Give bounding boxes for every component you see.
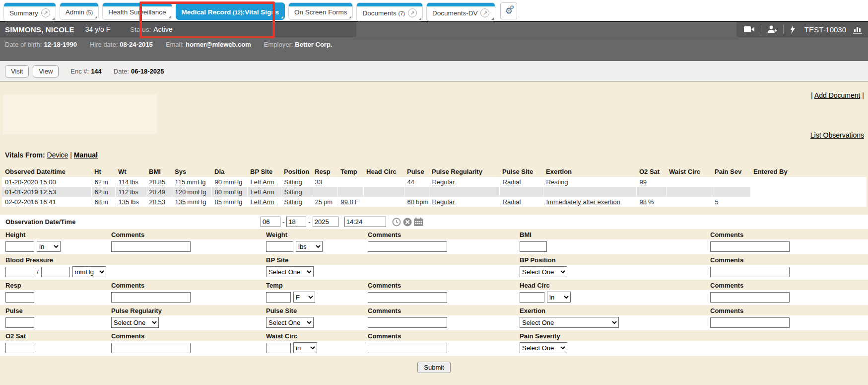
vitals-value-link[interactable]: 25 <box>315 198 322 206</box>
vitals-value-link[interactable]: 20.53 <box>149 198 166 206</box>
obs-year-input[interactable] <box>313 217 338 227</box>
weight-comments-input[interactable] <box>368 241 447 252</box>
bp-unit-select[interactable]: mmHg <box>72 266 106 277</box>
vitals-value-link[interactable]: Left Arm <box>251 198 274 206</box>
vitals-value-link[interactable]: 60 <box>407 198 414 206</box>
vitals-value-link[interactable]: Resting <box>546 178 568 186</box>
clear-date-icon[interactable] <box>403 218 412 227</box>
vitals-value-link[interactable]: 99.8 <box>341 198 353 206</box>
vitals-value-link[interactable]: 80 <box>215 188 222 196</box>
vitals-value-link[interactable]: Immediately after exertion <box>546 198 621 206</box>
vitals-from-device-link[interactable]: Device <box>47 151 68 159</box>
head-circ-unit-select[interactable]: in <box>547 292 571 303</box>
external-link-icon[interactable]: ↗ <box>480 8 489 17</box>
clock-icon[interactable] <box>392 218 401 227</box>
waist-circ-input[interactable] <box>266 343 291 353</box>
o2-sat-comments-input[interactable] <box>111 343 191 353</box>
tab-health-surveillance[interactable]: Health Surveillance <box>102 2 172 20</box>
vitals-value-link[interactable]: Sitting <box>284 178 302 186</box>
list-observations-link[interactable]: List Observations <box>810 131 864 139</box>
vitals-value-link[interactable]: Regular <box>432 178 455 186</box>
vitals-value-link[interactable]: 120 <box>175 188 186 196</box>
external-link-icon[interactable]: ↗ <box>408 8 417 17</box>
calendar-icon[interactable] <box>414 218 423 226</box>
lightning-icon[interactable] <box>790 25 796 34</box>
tab-on-screen-forms[interactable]: On Screen Forms <box>288 2 353 20</box>
add-document-link[interactable]: Add Document <box>814 91 861 99</box>
vitals-value-link[interactable]: Left Arm <box>251 178 274 186</box>
vitals-value-link[interactable]: 5 <box>715 198 719 206</box>
bp-site-select[interactable]: Select One <box>266 266 314 277</box>
bp-comments-input[interactable] <box>710 267 790 277</box>
vitals-value-link[interactable]: 135 <box>119 198 130 206</box>
vitals-col-pain-sev: Pain Sev <box>712 166 750 177</box>
tab-documents-dv[interactable]: Documents-DV↗ <box>426 2 496 21</box>
vitals-value-link[interactable]: 62 <box>95 178 102 186</box>
vitals-value-link[interactable]: 98 <box>640 198 647 206</box>
tab-documents[interactable]: Documents (7)↗ <box>356 2 422 21</box>
waist-circ-unit-select[interactable]: in <box>293 342 317 353</box>
head-circ-comments-input[interactable] <box>710 292 790 303</box>
submit-button[interactable]: Submit <box>417 362 450 373</box>
vitals-value-link[interactable]: Radial <box>503 178 521 186</box>
exertion-select[interactable]: Select One <box>520 317 619 328</box>
external-link-icon[interactable]: ↗ <box>41 8 50 17</box>
vitals-value-link[interactable]: 112 <box>119 188 129 196</box>
height-input[interactable] <box>5 241 34 252</box>
vitals-value-link[interactable]: Sitting <box>284 188 302 196</box>
bp-position-select[interactable]: Select One <box>520 266 567 277</box>
temp-input[interactable] <box>266 292 291 303</box>
chart-icon[interactable] <box>853 25 863 34</box>
obs-month-input[interactable] <box>261 217 280 227</box>
bp-systolic-input[interactable] <box>5 267 34 277</box>
vitals-value-link[interactable]: 33 <box>315 178 322 186</box>
bp-diastolic-input[interactable] <box>41 267 70 277</box>
tab-summary[interactable]: Summary↗ <box>3 2 56 21</box>
pulse-comments-input[interactable] <box>368 317 447 328</box>
vitals-value-link[interactable]: 20.85 <box>149 178 166 186</box>
weight-unit-select[interactable]: lbs <box>296 241 323 252</box>
visit-button[interactable]: Visit <box>5 65 29 77</box>
temp-unit-select[interactable]: F <box>293 292 315 303</box>
vitals-value-link[interactable]: Regular <box>432 198 455 206</box>
pulse-site-select[interactable]: Select One <box>266 317 314 328</box>
vitals-value-link[interactable]: 68 <box>95 198 102 206</box>
tab-medical-record[interactable]: Medical Record (12):Vital Signs <box>176 2 285 20</box>
height-comments-input[interactable] <box>111 241 191 252</box>
vitals-value-link[interactable]: 90 <box>215 178 222 186</box>
vitals-value-link[interactable]: 115 <box>175 178 186 186</box>
vitals-value-link[interactable]: 135 <box>175 198 186 206</box>
add-person-icon[interactable] <box>767 25 777 33</box>
exertion-comments-input[interactable] <box>710 317 790 328</box>
settings-gear-button[interactable]: ⚙ ⚙ <box>500 2 517 19</box>
o2-sat-input[interactable] <box>5 343 34 353</box>
vitals-value-link[interactable]: 62 <box>95 188 102 196</box>
vitals-value-link[interactable]: Radial <box>503 198 521 206</box>
vitals-value-link[interactable]: 44 <box>407 178 414 186</box>
obs-time-input[interactable] <box>344 217 386 227</box>
height-unit-select[interactable]: in <box>37 241 61 252</box>
video-camera-icon[interactable] <box>744 26 755 33</box>
pulse-regularity-select[interactable]: Select One <box>111 317 159 328</box>
weight-input[interactable] <box>266 241 293 252</box>
temp-comments-input[interactable] <box>368 292 447 303</box>
head-circ-input[interactable] <box>520 292 544 303</box>
waist-circ-comments-input[interactable] <box>368 343 447 353</box>
bmi-comments-input[interactable] <box>710 241 790 252</box>
resp-comments-input[interactable] <box>111 292 191 303</box>
resp-input[interactable] <box>5 292 34 303</box>
tab-admin[interactable]: Admin (5) <box>60 2 99 20</box>
vitals-value-link[interactable]: Left Arm <box>251 188 274 196</box>
pain-severity-select[interactable]: Select One <box>520 342 567 353</box>
vitals-value-link[interactable]: 114 <box>119 178 129 186</box>
obs-day-input[interactable] <box>286 217 306 227</box>
view-button[interactable]: View <box>33 65 59 77</box>
vitals-value-link[interactable]: 99 <box>640 178 647 186</box>
vitals-from-manual-link[interactable]: Manual <box>74 151 98 159</box>
vitals-value-link[interactable]: 20.49 <box>149 188 166 196</box>
bmi-input[interactable] <box>520 241 547 252</box>
bmi-label: BMI <box>514 231 705 238</box>
vitals-value-link[interactable]: Sitting <box>284 198 302 206</box>
pulse-input[interactable] <box>5 317 34 328</box>
vitals-value-link[interactable]: 85 <box>215 198 222 206</box>
